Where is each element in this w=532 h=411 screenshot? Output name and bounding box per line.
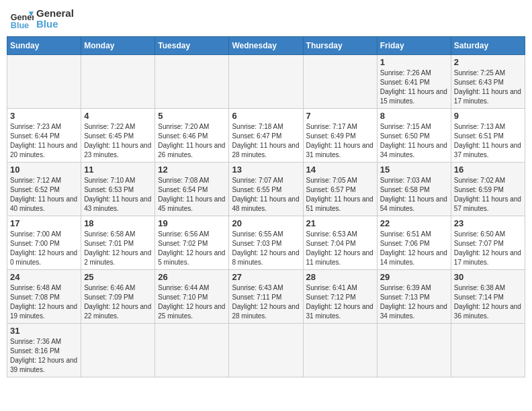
calendar-cell: 9Sunrise: 7:13 AM Sunset: 6:51 PM Daylig… (451, 109, 525, 163)
day-info: Sunrise: 7:23 AM Sunset: 6:44 PM Dayligh… (10, 122, 78, 160)
day-number: 11 (84, 165, 152, 175)
day-info: Sunrise: 7:02 AM Sunset: 6:59 PM Dayligh… (454, 176, 522, 214)
day-number: 14 (306, 165, 374, 175)
calendar-cell: 30Sunrise: 6:38 AM Sunset: 7:14 PM Dayli… (451, 270, 525, 324)
day-number: 6 (232, 111, 300, 121)
day-header-tuesday: Tuesday (155, 37, 229, 55)
day-info: Sunrise: 7:15 AM Sunset: 6:50 PM Dayligh… (380, 122, 448, 160)
calendar-table: SundayMondayTuesdayWednesdayThursdayFrid… (7, 36, 525, 377)
day-number: 2 (454, 57, 522, 67)
day-info: Sunrise: 7:36 AM Sunset: 8:16 PM Dayligh… (10, 337, 78, 375)
day-number: 16 (454, 165, 522, 175)
calendar-cell: 7Sunrise: 7:17 AM Sunset: 6:49 PM Daylig… (303, 109, 377, 163)
day-info: Sunrise: 6:56 AM Sunset: 7:02 PM Dayligh… (158, 230, 226, 267)
calendar-cell: 28Sunrise: 6:41 AM Sunset: 7:12 PM Dayli… (303, 270, 377, 324)
day-number: 10 (10, 165, 78, 175)
day-number: 25 (84, 272, 152, 282)
day-info: Sunrise: 7:03 AM Sunset: 6:58 PM Dayligh… (380, 176, 448, 214)
calendar-cell: 3Sunrise: 7:23 AM Sunset: 6:44 PM Daylig… (7, 109, 81, 163)
calendar-cell (229, 324, 303, 377)
day-number: 9 (454, 111, 522, 121)
calendar-cell: 6Sunrise: 7:18 AM Sunset: 6:47 PM Daylig… (229, 109, 303, 163)
day-info: Sunrise: 7:20 AM Sunset: 6:46 PM Dayligh… (158, 122, 226, 160)
calendar-week-6: 31Sunrise: 7:36 AM Sunset: 8:16 PM Dayli… (7, 324, 525, 377)
calendar-cell: 26Sunrise: 6:44 AM Sunset: 7:10 PM Dayli… (155, 270, 229, 324)
calendar-cell: 31Sunrise: 7:36 AM Sunset: 8:16 PM Dayli… (7, 324, 81, 377)
day-info: Sunrise: 7:25 AM Sunset: 6:43 PM Dayligh… (454, 68, 522, 106)
day-info: Sunrise: 6:58 AM Sunset: 7:01 PM Dayligh… (84, 230, 152, 267)
day-number: 31 (10, 326, 78, 336)
day-number: 1 (380, 57, 448, 67)
calendar-cell (229, 55, 303, 109)
calendar-cell: 13Sunrise: 7:07 AM Sunset: 6:55 PM Dayli… (229, 163, 303, 216)
calendar-cell: 27Sunrise: 6:43 AM Sunset: 7:11 PM Dayli… (229, 270, 303, 324)
day-number: 24 (10, 272, 78, 282)
calendar-cell: 20Sunrise: 6:55 AM Sunset: 7:03 PM Dayli… (229, 216, 303, 270)
calendar-cell: 24Sunrise: 6:48 AM Sunset: 7:08 PM Dayli… (7, 270, 81, 324)
day-info: Sunrise: 7:05 AM Sunset: 6:57 PM Dayligh… (306, 176, 374, 214)
calendar-cell: 14Sunrise: 7:05 AM Sunset: 6:57 PM Dayli… (303, 163, 377, 216)
calendar-cell: 4Sunrise: 7:22 AM Sunset: 6:45 PM Daylig… (81, 109, 155, 163)
day-info: Sunrise: 6:51 AM Sunset: 7:06 PM Dayligh… (380, 230, 448, 267)
day-header-thursday: Thursday (303, 37, 377, 55)
day-number: 15 (380, 165, 448, 175)
day-number: 26 (158, 272, 226, 282)
day-number: 7 (306, 111, 374, 121)
day-number: 20 (232, 218, 300, 228)
page-header: General Blue General Blue (7, 7, 525, 31)
day-info: Sunrise: 7:26 AM Sunset: 6:41 PM Dayligh… (380, 68, 448, 106)
calendar-cell: 12Sunrise: 7:08 AM Sunset: 6:54 PM Dayli… (155, 163, 229, 216)
calendar-cell: 23Sunrise: 6:50 AM Sunset: 7:07 PM Dayli… (451, 216, 525, 270)
day-info: Sunrise: 7:10 AM Sunset: 6:53 PM Dayligh… (84, 176, 152, 214)
calendar-week-1: 1Sunrise: 7:26 AM Sunset: 6:41 PM Daylig… (7, 55, 525, 109)
day-number: 4 (84, 111, 152, 121)
day-number: 18 (84, 218, 152, 228)
day-info: Sunrise: 6:46 AM Sunset: 7:09 PM Dayligh… (84, 283, 152, 321)
day-number: 19 (158, 218, 226, 228)
day-header-friday: Friday (377, 37, 451, 55)
calendar-header-row: SundayMondayTuesdayWednesdayThursdayFrid… (7, 37, 525, 55)
calendar-cell (81, 55, 155, 109)
logo-icon: General Blue (9, 7, 34, 31)
day-info: Sunrise: 7:17 AM Sunset: 6:49 PM Dayligh… (306, 122, 374, 160)
day-info: Sunrise: 6:48 AM Sunset: 7:08 PM Dayligh… (10, 283, 78, 321)
calendar-week-3: 10Sunrise: 7:12 AM Sunset: 6:52 PM Dayli… (7, 163, 525, 216)
day-info: Sunrise: 7:00 AM Sunset: 7:00 PM Dayligh… (10, 230, 78, 267)
day-number: 5 (158, 111, 226, 121)
calendar-cell: 11Sunrise: 7:10 AM Sunset: 6:53 PM Dayli… (81, 163, 155, 216)
calendar-cell: 16Sunrise: 7:02 AM Sunset: 6:59 PM Dayli… (451, 163, 525, 216)
day-info: Sunrise: 7:22 AM Sunset: 6:45 PM Dayligh… (84, 122, 152, 160)
day-number: 23 (454, 218, 522, 228)
calendar-cell: 10Sunrise: 7:12 AM Sunset: 6:52 PM Dayli… (7, 163, 81, 216)
day-number: 13 (232, 165, 300, 175)
calendar-cell (81, 324, 155, 377)
calendar-cell: 18Sunrise: 6:58 AM Sunset: 7:01 PM Dayli… (81, 216, 155, 270)
calendar-week-4: 17Sunrise: 7:00 AM Sunset: 7:00 PM Dayli… (7, 216, 525, 270)
day-info: Sunrise: 6:50 AM Sunset: 7:07 PM Dayligh… (454, 230, 522, 267)
calendar-cell: 21Sunrise: 6:53 AM Sunset: 7:04 PM Dayli… (303, 216, 377, 270)
day-number: 21 (306, 218, 374, 228)
day-info: Sunrise: 6:55 AM Sunset: 7:03 PM Dayligh… (232, 230, 300, 267)
calendar-cell (377, 324, 451, 377)
day-number: 29 (380, 272, 448, 282)
day-number: 22 (380, 218, 448, 228)
calendar-cell: 8Sunrise: 7:15 AM Sunset: 6:50 PM Daylig… (377, 109, 451, 163)
day-number: 27 (232, 272, 300, 282)
day-header-sunday: Sunday (7, 37, 81, 55)
calendar-cell (7, 55, 81, 109)
day-info: Sunrise: 7:13 AM Sunset: 6:51 PM Dayligh… (454, 122, 522, 160)
day-info: Sunrise: 6:39 AM Sunset: 7:13 PM Dayligh… (380, 283, 448, 321)
day-info: Sunrise: 6:53 AM Sunset: 7:04 PM Dayligh… (306, 230, 374, 267)
day-number: 12 (158, 165, 226, 175)
calendar-cell (155, 55, 229, 109)
calendar-cell: 25Sunrise: 6:46 AM Sunset: 7:09 PM Dayli… (81, 270, 155, 324)
day-number: 28 (306, 272, 374, 282)
calendar-cell (155, 324, 229, 377)
day-number: 8 (380, 111, 448, 121)
calendar-cell (303, 55, 377, 109)
calendar-cell (303, 324, 377, 377)
calendar-cell: 15Sunrise: 7:03 AM Sunset: 6:58 PM Dayli… (377, 163, 451, 216)
day-info: Sunrise: 6:44 AM Sunset: 7:10 PM Dayligh… (158, 283, 226, 321)
calendar-cell: 2Sunrise: 7:25 AM Sunset: 6:43 PM Daylig… (451, 55, 525, 109)
calendar-cell: 22Sunrise: 6:51 AM Sunset: 7:06 PM Dayli… (377, 216, 451, 270)
